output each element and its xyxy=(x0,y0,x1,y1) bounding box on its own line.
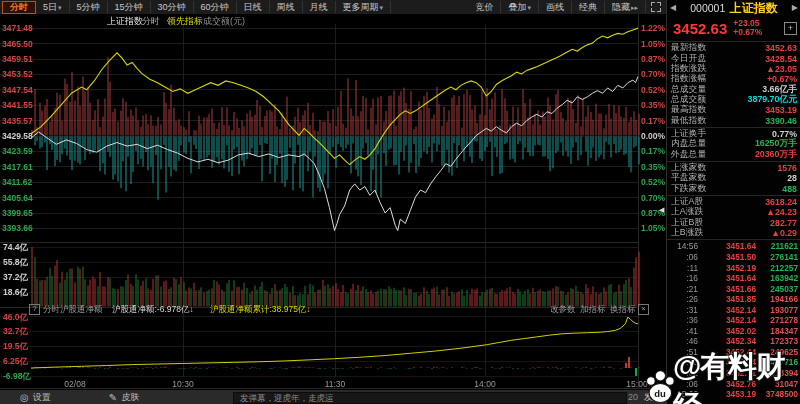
hgt-net-value: 沪股通净额:-6.978亿↓ xyxy=(112,304,194,316)
edit-params-link[interactable]: 改参数 xyxy=(550,304,576,316)
quote-price-block: 3452.63 +23.05 +0.67% + xyxy=(667,15,800,40)
tab-5分钟[interactable]: 5分钟 xyxy=(70,1,108,13)
tick-volume: 172373 xyxy=(756,336,798,346)
panel-row: 下跌家数488 xyxy=(667,183,800,193)
tick-volume: 3748500 xyxy=(756,389,798,399)
panel-row-value: 3428.54 xyxy=(765,54,797,64)
tick-price: 3452.19 xyxy=(698,263,756,273)
panel-row: 最低指数3390.46 xyxy=(667,115,800,125)
caret-icon: ▸▸ xyxy=(631,4,638,11)
switch-indicator-link[interactable]: 换指标 xyxy=(610,304,636,316)
panel-row-value: ▲23.05 xyxy=(766,64,797,74)
tick-volume: 437716 xyxy=(756,357,798,367)
panel-row-value: 3453.19 xyxy=(765,105,797,115)
tick-row: 14:563451.64211621 xyxy=(667,241,800,252)
panel-row-value: 20360万手 xyxy=(755,149,797,161)
tick-volume: 313394 xyxy=(756,368,798,378)
tick-row: :063452.7631047 xyxy=(667,378,800,389)
panel-row-value: 3390.46 xyxy=(765,116,797,126)
tool-竞价[interactable]: 竞价 xyxy=(468,1,501,13)
tick-time: 14:56 xyxy=(670,241,698,251)
danmaku-input[interactable]: 发弹幕，迎虎年，走虎运 xyxy=(233,392,627,404)
send-button[interactable]: 发送 xyxy=(644,391,662,404)
tick-row: :413452.02184347 xyxy=(667,326,800,337)
panel-row-value: ▲24.23 xyxy=(766,207,797,217)
settings-gear-icon[interactable]: ◎ xyxy=(20,392,29,403)
panel-row-label: 外盘总量 xyxy=(671,149,706,161)
tick-time: :21 xyxy=(670,284,698,294)
last-price: 3452.63 xyxy=(673,20,727,37)
tick-volume: 249625 xyxy=(756,347,798,357)
tab-周线[interactable]: 周线 xyxy=(270,1,303,13)
panel-row-value: 28 xyxy=(787,173,797,183)
tab-60分钟[interactable]: 60分钟 xyxy=(194,1,237,13)
tick-price: 3451.66 xyxy=(698,284,756,294)
tick-time: :06 xyxy=(670,379,698,389)
period-tabs: 分时5日▾5分钟15分钟30分钟60分钟日线周线月线更多周期▾ xyxy=(0,1,391,14)
tick-volume: 211621 xyxy=(756,241,798,251)
price-change-pct: +0.67% xyxy=(733,28,762,37)
caret-icon: ▾ xyxy=(58,4,62,11)
tick-row: :363452.14271278 xyxy=(667,315,800,326)
tick-time: :11 xyxy=(670,263,698,273)
tick-price: 3452.02 xyxy=(698,326,756,336)
tab-分时[interactable]: 分时 xyxy=(2,1,36,14)
tick-row: :213451.66245037 xyxy=(667,283,800,294)
settings-button[interactable]: 设置 xyxy=(33,391,51,404)
prev-stock-arrow-icon[interactable]: ◀ xyxy=(670,3,676,12)
volume-unit-label: 成交额(元) xyxy=(203,15,245,28)
add-to-watchlist-button[interactable]: + xyxy=(784,22,797,35)
tick-price: 3451.50 xyxy=(698,252,756,262)
tab-日线[interactable]: 日线 xyxy=(237,1,270,13)
tab-更多周期[interactable]: 更多周期▾ xyxy=(336,1,392,13)
tick-list[interactable]: 14:563451.64211621:063451.50276141:11345… xyxy=(667,241,800,399)
tick-price: 3452.34 xyxy=(698,336,756,346)
skin-button[interactable]: 皮肤 xyxy=(121,391,139,404)
panel-row-value: ▲0.29 xyxy=(771,228,797,238)
tick-time: :31 xyxy=(670,305,698,315)
panel-row-label: 最低指数 xyxy=(671,115,706,127)
tab-月线[interactable]: 月线 xyxy=(303,1,336,13)
fullscreen-icon[interactable] xyxy=(651,2,661,12)
leading-indicator-label[interactable]: 领先指标 xyxy=(167,15,203,28)
tick-row: :263451.85194166 xyxy=(667,294,800,305)
tick-time: :51 xyxy=(670,347,698,357)
tool-画线[interactable]: 画线 xyxy=(539,1,572,13)
panel-row: 上B涨跌▲0.29 xyxy=(667,228,800,238)
chart-index-name: 上证指数 xyxy=(107,15,143,28)
panel-row-value: 488 xyxy=(782,184,797,194)
tick-time: :46 xyxy=(670,336,698,346)
panel-row-value: 3879.70亿元 xyxy=(748,94,797,106)
tick-row: :463452.34172373 xyxy=(667,336,800,347)
tick-volume: 31047 xyxy=(756,379,798,389)
panel-row-value: 3452.63 xyxy=(765,43,797,53)
tab-5日[interactable]: 5日▾ xyxy=(36,1,70,13)
tick-price: 3451.64 xyxy=(698,241,756,251)
tick-time: 15:00 xyxy=(670,389,698,399)
add-indicator-link[interactable]: 加指标 xyxy=(580,304,606,316)
panel-collapse-arrow-icon[interactable]: ◀ xyxy=(659,206,664,214)
quote-panel-header: ◀ 000001 上证指数 ▶ xyxy=(667,0,800,15)
tool-经典[interactable]: 经典 xyxy=(572,1,605,13)
tick-volume: 194166 xyxy=(756,294,798,304)
quote-panel: ◀ 000001 上证指数 ▶ 3452.63 +23.05 +0.67% + … xyxy=(666,0,800,404)
tool-隐藏[interactable]: 隐藏▸▸ xyxy=(605,1,646,13)
panel-row-value: 282.77 xyxy=(770,218,797,228)
tick-row: :163451.64163942 xyxy=(667,273,800,284)
tab-15分钟[interactable]: 15分钟 xyxy=(108,1,151,13)
tick-row: :513452.44249625 xyxy=(667,347,800,358)
panel-row-value: 3618.24 xyxy=(765,197,797,207)
intraday-chart-canvas[interactable] xyxy=(0,0,666,404)
skin-brush-icon[interactable]: ✎ xyxy=(109,392,117,403)
tick-price: 3452.76 xyxy=(698,379,756,389)
tool-叠加[interactable]: 叠加▾ xyxy=(501,1,539,13)
tick-price: 3451.85 xyxy=(698,294,756,304)
tick-price: 3452.44 xyxy=(698,347,756,357)
chart-period-label: 分时 xyxy=(142,15,160,28)
tick-price: 3452.71 xyxy=(698,368,756,378)
next-stock-arrow-icon[interactable]: ▶ xyxy=(792,3,798,12)
tick-row: :063451.50276141 xyxy=(667,252,800,263)
tab-30分钟[interactable]: 30分钟 xyxy=(151,1,194,13)
tick-volume: 271278 xyxy=(756,315,798,325)
tick-row: :313452.14193077 xyxy=(667,304,800,315)
